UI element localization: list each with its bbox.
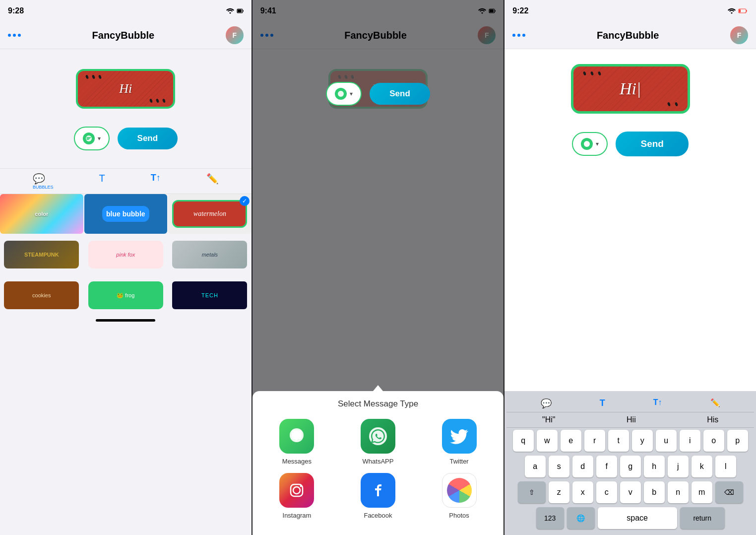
tabs-row-1: 💬 BUBBLES T T↑ ✏️ [0,168,252,194]
app-item-whatsapp[interactable]: WhatsAPP [341,419,415,465]
wifi-icon [226,8,234,14]
key-f[interactable]: f [596,456,617,477]
tab-bubbles[interactable]: 💬 BUBBLES [33,173,54,190]
time-1: 9:28 [8,6,24,15]
screen-1: 9:28 FancyBubble F Hi [0,0,252,535]
key-j[interactable]: j [668,456,689,477]
key-h[interactable]: h [644,456,665,477]
nav-dots-1[interactable] [8,34,21,37]
tab-text[interactable]: T [99,173,105,190]
shift-key[interactable]: ⇧ [518,481,546,503]
sticker-metals[interactable]: metals [168,235,252,274]
globe-key[interactable]: 🌐 [567,507,595,529]
app-item-twitter[interactable]: Twitter [423,419,496,465]
sticker-steampunk[interactable]: STEAMPUNK [0,235,83,274]
svg-rect-14 [739,9,741,12]
messages-icon-svg [287,426,307,446]
sticker-cookies[interactable]: cookies [0,275,83,315]
kb-tab-text-big[interactable]: T↑ [653,398,662,409]
whatsapp-icon-svg [368,426,388,447]
time-3: 9:22 [512,6,528,15]
key-k[interactable]: k [692,456,712,477]
suggestion-2[interactable]: Hii [627,415,636,424]
key-row-4: 123 🌐 space return [508,507,752,529]
key-r[interactable]: r [584,430,605,452]
numbers-key[interactable]: 123 [536,507,564,529]
sticker-pink-fox[interactable]: pink fox [84,235,168,274]
key-s[interactable]: s [549,456,569,477]
send-button-3[interactable]: Send [616,132,688,156]
sticker-watermelon[interactable]: watermelon ✓ [168,194,252,234]
key-v[interactable]: v [620,481,641,503]
key-x[interactable]: x [572,481,593,503]
key-t[interactable]: t [608,430,629,452]
key-e[interactable]: e [561,430,581,452]
facebook-app-icon [361,473,395,508]
key-g[interactable]: g [620,456,641,477]
kb-tab-edit[interactable]: ✏️ [710,398,720,409]
send-button-2[interactable]: Send [370,83,430,105]
backspace-key[interactable]: ⌫ [715,481,743,503]
tab-text-large[interactable]: T↑ [151,173,161,190]
message-type-button-1[interactable]: ▾ [74,127,110,150]
message-type-button-3[interactable]: ▾ [572,132,608,156]
key-p[interactable]: p [727,430,748,452]
nav-dots-3[interactable] [512,34,525,37]
key-d[interactable]: d [572,456,593,477]
key-w[interactable]: w [537,430,558,452]
text-large-icon: T↑ [151,173,161,183]
kb-tab-bubble[interactable]: 💬 [541,398,552,409]
photos-app-icon [442,473,477,508]
sticker-color[interactable]: color [0,194,83,234]
app-item-photos[interactable]: Photos [423,473,496,519]
key-y[interactable]: y [632,430,653,452]
avatar-3[interactable]: F [730,26,748,44]
key-q[interactable]: q [513,430,534,452]
home-bar-1 [96,319,155,322]
message-type-button-2[interactable]: ▾ [326,82,362,106]
key-z[interactable]: z [549,481,569,503]
app-item-messages[interactable]: Messages [260,419,334,465]
seeds-bottom [150,99,165,103]
key-u[interactable]: u [656,430,677,452]
home-bar-2 [348,529,408,532]
key-n[interactable]: n [668,481,689,503]
main-content-1: Hi ▾ Send [0,49,252,168]
watermelon-text-1: Hi [119,81,132,96]
home-indicator-1 [0,315,252,325]
key-o[interactable]: o [703,430,724,452]
space-key[interactable]: space [598,507,677,529]
modal-overlay: ▾ Send Select Message Type Messages [252,0,504,535]
messages-icon-3 [581,138,593,150]
app-item-facebook[interactable]: Facebook [341,473,415,519]
instagram-app-icon [279,473,314,508]
status-bar-1: 9:28 [0,0,252,22]
app-item-instagram[interactable]: Instagram [260,473,334,519]
key-row-1: q w e r t y u i o p [508,430,752,452]
sticker-frog[interactable]: 🐸 frog [84,275,168,315]
avatar-1[interactable]: F [226,26,244,44]
suggestion-3[interactable]: His [707,415,718,424]
key-m[interactable]: m [692,481,712,503]
key-b[interactable]: b [644,481,665,503]
key-row-2: a s d f g h j k l [508,456,752,477]
photos-label: Photos [449,512,469,519]
chat-icon-3 [583,140,590,147]
kb-tab-text[interactable]: T [600,398,605,409]
send-button-1[interactable]: Send [118,128,178,149]
action-row-1: ▾ Send [10,127,242,150]
key-i[interactable]: i [680,430,700,452]
sticker-blue-bubble[interactable]: blue bubble [84,194,168,234]
svg-point-12 [300,485,302,487]
svg-point-7 [338,91,344,97]
key-l[interactable]: l [715,456,736,477]
key-a[interactable]: a [525,456,546,477]
return-key[interactable]: return [680,507,725,529]
sticker-tech[interactable]: TECH [168,275,252,315]
modal-arrow [373,385,383,391]
svg-point-16 [584,141,590,147]
tab-edit[interactable]: ✏️ [206,173,219,190]
badge-container-3: Hi| [504,49,756,124]
key-c[interactable]: c [596,481,617,503]
suggestion-1[interactable]: "Hi" [542,415,555,424]
